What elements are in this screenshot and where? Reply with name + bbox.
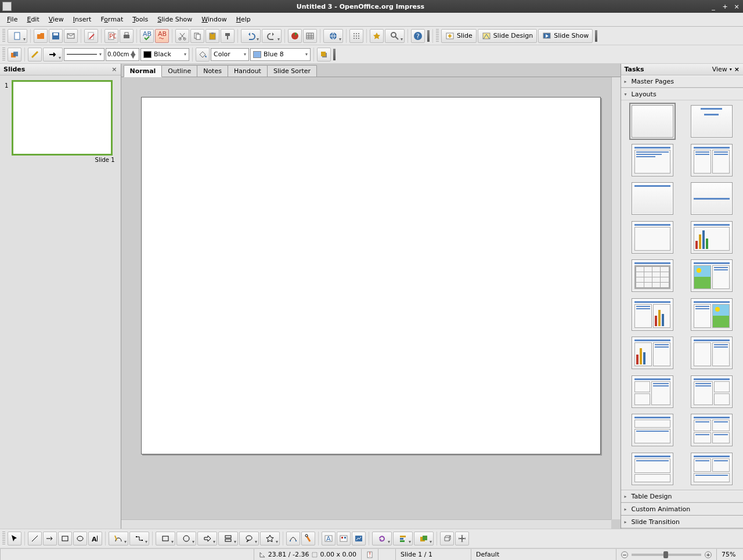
menu-format[interactable]: Format [96, 15, 128, 24]
callouts-tool[interactable] [239, 532, 259, 545]
layout-title-chart-content[interactable] [632, 337, 673, 369]
export-pdf-button[interactable]: PDF [104, 29, 118, 43]
vertical-scrollbar[interactable] [611, 77, 621, 519]
edit-file-button[interactable] [84, 29, 98, 43]
print-button[interactable] [120, 29, 134, 43]
layout-title-content-2obj[interactable] [691, 375, 733, 408]
format-paintbrush-button[interactable] [221, 29, 235, 43]
from-file-tool[interactable] [337, 532, 351, 545]
layout-title-obj-over-content[interactable] [632, 453, 673, 485]
undo-button[interactable] [241, 29, 261, 43]
navigator-button[interactable] [370, 29, 384, 43]
layout-title-content-image[interactable] [691, 298, 733, 331]
connector-tool[interactable] [129, 532, 149, 545]
stars-tool[interactable] [260, 532, 280, 545]
layout-title-content-chart[interactable] [632, 298, 673, 331]
layout-title-2obj-content[interactable] [632, 375, 673, 408]
arrow-tool[interactable] [43, 532, 57, 545]
acc-head-table-design[interactable]: ▸Table Design [621, 490, 743, 503]
layout-title-2content-over[interactable] [691, 453, 733, 485]
layout-title-4content[interactable] [691, 414, 733, 446]
menu-insert[interactable]: Insert [68, 15, 96, 24]
layout-two-content[interactable] [691, 144, 733, 176]
line-tool[interactable] [28, 532, 42, 545]
line-width-input[interactable] [107, 51, 131, 57]
zoom-in-icon[interactable]: + [705, 551, 712, 558]
line-width-spinner[interactable]: ▲▼ [106, 48, 139, 61]
insert-slide-button[interactable]: Slide [441, 29, 477, 43]
open-button[interactable] [34, 29, 48, 43]
slide-show-button[interactable]: Slide Show [538, 29, 593, 43]
canvas-area[interactable] [121, 77, 621, 529]
ellipse-tool[interactable] [73, 532, 87, 545]
auto-spellcheck-button[interactable]: ABC [155, 29, 169, 43]
close-panel-icon[interactable]: × [734, 66, 740, 73]
arrow-style-button[interactable] [43, 48, 63, 62]
chart-button[interactable] [288, 29, 302, 43]
gallery-tool[interactable] [352, 532, 366, 545]
rectangle-tool[interactable] [58, 532, 72, 545]
arrange-button[interactable] [8, 48, 21, 62]
horizontal-scrollbar[interactable] [121, 519, 611, 529]
copy-button[interactable] [190, 29, 204, 43]
curve-tool[interactable] [109, 532, 128, 545]
layout-blank[interactable] [632, 105, 673, 138]
tab-slide-sorter[interactable]: Slide Sorter [267, 65, 317, 77]
line-color-combo[interactable]: Black▾ [140, 48, 189, 61]
zoom-button[interactable] [385, 29, 405, 43]
tab-outline[interactable]: Outline [161, 65, 197, 77]
layout-title-content-over-obj[interactable] [632, 414, 673, 446]
paste-button[interactable] [205, 29, 219, 43]
toolbar-handle[interactable] [2, 29, 5, 43]
layout-centered-text[interactable] [691, 182, 733, 215]
zoom-slider[interactable] [632, 554, 701, 556]
cut-button[interactable] [175, 29, 189, 43]
line-style-icon[interactable] [28, 48, 42, 62]
toolbar-handle[interactable] [2, 48, 5, 62]
close-panel-icon[interactable]: × [111, 66, 117, 73]
area-fill-icon[interactable] [196, 48, 210, 62]
acc-head-slide-transition[interactable]: ▸Slide Transition [621, 516, 743, 528]
layout-title-content[interactable] [632, 144, 673, 176]
toolbar-handle[interactable] [436, 29, 439, 43]
fontwork-tool[interactable]: A [322, 532, 336, 545]
menu-view[interactable]: View [44, 15, 68, 24]
redo-button[interactable] [262, 29, 282, 43]
new-doc-button[interactable] [8, 29, 27, 43]
fill-type-combo[interactable]: Color▾ [211, 48, 249, 61]
save-button[interactable] [49, 29, 63, 43]
layout-title-image-content[interactable] [691, 259, 733, 292]
toolbar-handle[interactable] [2, 532, 5, 545]
minimize-button[interactable]: _ [709, 3, 717, 10]
slides-panel-body[interactable]: 1 Slide 1 [0, 75, 121, 529]
layouts-body[interactable] [621, 100, 743, 490]
arrange-tool[interactable] [414, 532, 434, 545]
line-type-combo[interactable]: ▾ [64, 48, 104, 61]
slide-canvas[interactable] [141, 97, 601, 454]
spellcheck-button[interactable]: ABC [140, 29, 154, 43]
layout-title-chart[interactable] [691, 221, 733, 254]
slide-thumbnail[interactable] [12, 80, 113, 156]
email-button[interactable] [64, 29, 78, 43]
slide-design-button[interactable]: Slide Design [478, 29, 537, 43]
menu-help[interactable]: Help [232, 15, 255, 24]
help-button[interactable]: ? [411, 29, 425, 43]
menu-edit[interactable]: Edit [22, 15, 44, 24]
close-button[interactable]: × [733, 3, 741, 10]
grid-button[interactable] [349, 29, 363, 43]
basic-shapes-tool[interactable] [156, 532, 175, 545]
text-tool[interactable]: A [88, 532, 102, 545]
status-zoom-percent[interactable]: 75% [716, 549, 743, 560]
table-button[interactable] [303, 29, 317, 43]
maximize-button[interactable]: + [721, 3, 729, 10]
gluepoints-tool[interactable] [301, 532, 315, 545]
menu-window[interactable]: Window [197, 15, 231, 24]
symbol-shapes-tool[interactable] [176, 532, 196, 545]
layout-title-object[interactable] [632, 221, 673, 254]
fill-color-combo[interactable]: Blue 8▾ [250, 48, 311, 61]
acc-head-layouts[interactable]: ▾Layouts [621, 88, 743, 100]
status-template[interactable]: Default [471, 549, 616, 560]
overflow-icon[interactable] [427, 30, 430, 42]
layout-title-object-content[interactable] [691, 337, 733, 369]
align-tool[interactable] [393, 532, 413, 545]
